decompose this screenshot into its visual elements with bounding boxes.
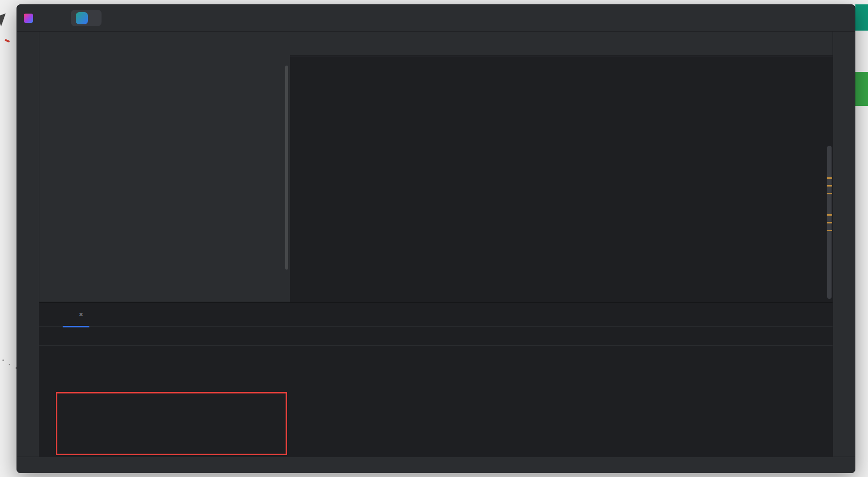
desktop-background: × — [0, 0, 868, 477]
code-editor[interactable] — [290, 56, 833, 302]
project-scrollbar[interactable] — [285, 66, 288, 270]
project-tool-window — [39, 32, 290, 302]
run-panel-header: × — [39, 303, 833, 327]
left-tool-stripe — [17, 32, 39, 457]
editor-tab-bar — [290, 32, 833, 56]
right-tool-stripe — [833, 32, 855, 457]
handwritten-arrow — [0, 14, 9, 27]
scrollbar-mark — [827, 177, 832, 179]
console-wrap — [39, 346, 833, 457]
editor-area — [290, 32, 833, 302]
project-panel-header[interactable] — [39, 32, 290, 54]
right-edge-badge — [855, 4, 868, 31]
console-output[interactable] — [39, 346, 833, 350]
status-bar — [17, 457, 855, 473]
run-tab-arraydio[interactable]: × — [63, 303, 89, 327]
version-control-widget[interactable] — [108, 15, 119, 21]
scrollbar-mark — [827, 193, 832, 194]
run-tool-window: × — [39, 302, 833, 457]
sticky-lines — [290, 56, 833, 56]
project-avatar — [76, 12, 88, 24]
titlebar — [17, 5, 855, 32]
titlebar-right — [752, 5, 855, 32]
scrollbar-mark — [827, 230, 832, 231]
intellij-window: × — [17, 4, 855, 473]
main-menu-button[interactable] — [46, 11, 60, 25]
annotation-rectangle — [56, 392, 287, 455]
right-edge-green-strip — [855, 72, 868, 106]
project-widget[interactable] — [71, 10, 102, 26]
window-controls — [789, 5, 855, 32]
close-tab-icon[interactable]: × — [79, 311, 83, 319]
handwriting-dots — [2, 359, 4, 361]
red-scribble — [5, 39, 10, 43]
close-button[interactable] — [834, 5, 855, 32]
intellij-logo — [24, 14, 33, 23]
scrollbar-mark — [827, 214, 832, 216]
scrollbar-mark — [827, 185, 832, 187]
scrollbar-mark — [827, 222, 832, 223]
minimize-button[interactable] — [789, 5, 811, 32]
maximize-button[interactable] — [811, 5, 834, 32]
run-toolbar — [39, 327, 833, 346]
